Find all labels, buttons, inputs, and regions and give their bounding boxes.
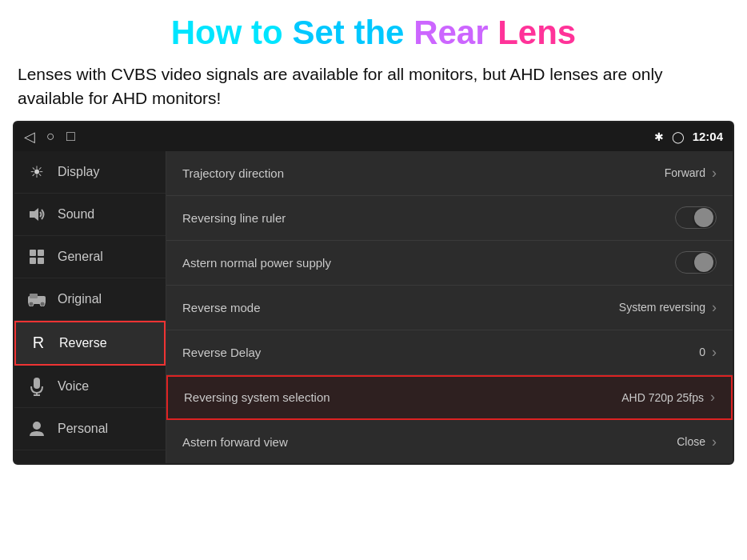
- reverse-delay-chevron: ›: [712, 344, 717, 361]
- sidebar-item-reverse[interactable]: R Reverse: [14, 321, 166, 366]
- svg-point-7: [40, 302, 45, 306]
- page-title: How to Set the Rear Lens: [0, 0, 747, 58]
- setting-row-trajectory[interactable]: Trajectory direction Forward ›: [166, 151, 733, 196]
- original-icon: [26, 288, 48, 310]
- toggle-knob-2: [694, 253, 713, 272]
- astern-power-toggle[interactable]: [675, 251, 717, 274]
- title-part3: Rear: [413, 14, 497, 51]
- title-part4: Lens: [497, 14, 576, 51]
- reverse-mode-label: Reverse mode: [182, 301, 619, 314]
- device-screen: ◁ ○ □ ✱ ◯ 12:04 ☀ Display: [13, 121, 734, 465]
- nav-icons: ◁ ○ □: [24, 128, 75, 146]
- svg-rect-1: [30, 250, 36, 256]
- reversing-system-label: Reversing system selection: [184, 390, 621, 404]
- sidebar-item-original[interactable]: Original: [14, 278, 166, 321]
- sound-icon: [26, 203, 48, 226]
- svg-rect-8: [30, 294, 38, 298]
- reverse-mode-chevron: ›: [712, 299, 717, 316]
- svg-point-6: [29, 302, 34, 306]
- voice-icon: [26, 375, 48, 398]
- sidebar-label-personal: Personal: [58, 422, 108, 436]
- astern-forward-chevron: ›: [712, 434, 717, 450]
- trajectory-value: Forward: [665, 166, 705, 179]
- status-bar: ◁ ○ □ ✱ ◯ 12:04: [14, 122, 733, 151]
- trajectory-label: Trajectory direction: [182, 166, 665, 180]
- astern-forward-value: Close: [677, 435, 705, 448]
- setting-row-astern-forward[interactable]: Astern forward view Close ›: [166, 420, 733, 463]
- sidebar-item-personal[interactable]: Personal: [14, 408, 166, 450]
- setting-row-reversing-system[interactable]: Reversing system selection AHD 720p 25fp…: [166, 375, 733, 420]
- title-part2: Set the: [292, 14, 413, 51]
- settings-panel: Trajectory direction Forward › Reversing…: [166, 151, 733, 463]
- sidebar-item-sound[interactable]: Sound: [14, 194, 166, 236]
- reverse-delay-label: Reverse Delay: [182, 346, 699, 359]
- content-area: ☀ Display Sound: [14, 151, 733, 463]
- astern-power-label: Astern normal power supply: [182, 256, 675, 270]
- toggle-knob: [694, 208, 713, 227]
- setting-row-astern-power[interactable]: Astern normal power supply: [166, 241, 733, 286]
- recents-icon[interactable]: □: [66, 128, 75, 145]
- personal-icon: [26, 418, 48, 440]
- sidebar-item-general[interactable]: General: [14, 236, 166, 278]
- sidebar-item-voice[interactable]: Voice: [14, 366, 166, 408]
- reverse-circle: R: [33, 334, 44, 352]
- location-icon: ◯: [672, 130, 685, 143]
- reverse-delay-value: 0: [699, 346, 705, 358]
- subtitle-text: Lenses with CVBS video signals are avail…: [0, 58, 747, 121]
- reversing-system-value: AHD 720p 25fps: [621, 391, 704, 404]
- status-right-icons: ✱ ◯ 12:04: [654, 130, 723, 143]
- title-part1: How to: [171, 14, 293, 51]
- svg-rect-4: [38, 258, 44, 264]
- sidebar-label-original: Original: [58, 292, 102, 306]
- sidebar-label-voice: Voice: [58, 379, 89, 394]
- svg-rect-9: [34, 378, 40, 389]
- display-icon: ☀: [26, 161, 48, 183]
- reversing-system-chevron: ›: [710, 389, 715, 406]
- setting-row-reverse-mode[interactable]: Reverse mode System reversing ›: [166, 286, 733, 330]
- back-icon[interactable]: ◁: [24, 128, 35, 146]
- sidebar-label-general: General: [58, 250, 103, 264]
- reversing-line-toggle[interactable]: [675, 206, 717, 229]
- sidebar-label-sound: Sound: [58, 207, 94, 222]
- astern-forward-label: Astern forward view: [182, 435, 677, 449]
- svg-point-12: [33, 422, 41, 430]
- setting-row-reversing-line[interactable]: Reversing line ruler: [166, 196, 733, 241]
- svg-marker-0: [30, 208, 38, 221]
- reversing-line-label: Reversing line ruler: [182, 211, 675, 225]
- home-icon[interactable]: ○: [46, 128, 55, 145]
- svg-rect-2: [38, 250, 44, 256]
- bluetooth-icon: ✱: [654, 130, 664, 143]
- sidebar-item-display[interactable]: ☀ Display: [14, 151, 166, 194]
- sidebar-label-display: Display: [58, 165, 99, 179]
- time-display: 12:04: [693, 130, 723, 143]
- svg-rect-3: [30, 258, 36, 264]
- general-icon: [26, 246, 48, 268]
- sidebar: ☀ Display Sound: [14, 151, 166, 463]
- sidebar-label-reverse: Reverse: [59, 336, 107, 350]
- reverse-mode-value: System reversing: [619, 301, 705, 314]
- reverse-icon: R: [27, 332, 50, 354]
- setting-row-reverse-delay[interactable]: Reverse Delay 0 ›: [166, 330, 733, 375]
- trajectory-chevron: ›: [712, 165, 717, 182]
